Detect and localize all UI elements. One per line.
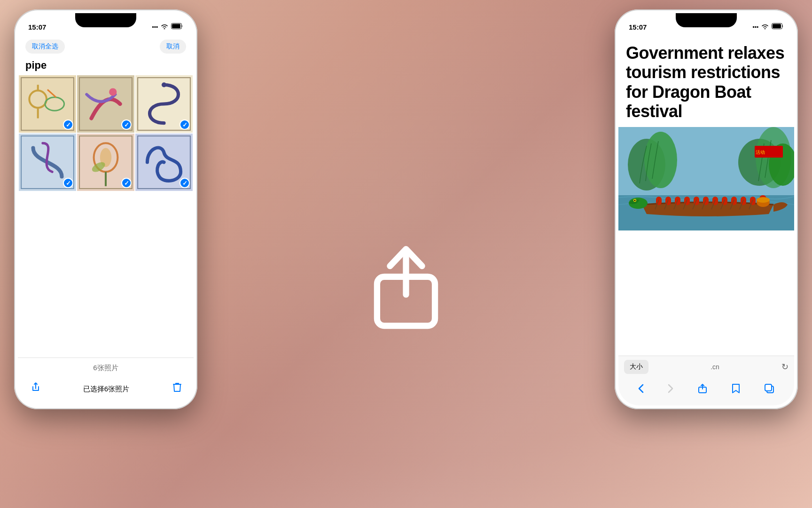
right-signal-icon: ▪▪▪ xyxy=(752,24,758,30)
wifi-icon xyxy=(161,24,168,31)
check-badge-2 xyxy=(121,119,132,130)
left-iphone-screen: 15:07 ▪▪▪ 取消全选 取消 pipe xyxy=(18,13,194,405)
back-button[interactable] xyxy=(634,382,648,397)
refresh-button[interactable]: ↻ xyxy=(781,362,789,372)
svg-point-16 xyxy=(162,82,166,87)
photo-cell-6[interactable] xyxy=(135,134,193,191)
deselect-all-button[interactable]: 取消全选 xyxy=(25,40,65,54)
cancel-button[interactable]: 取消 xyxy=(160,40,186,54)
left-bottom-bar: 6张照片 已选择6张照片 xyxy=(18,357,194,405)
right-iphone-screen: 15:07 ▪▪▪ Government relaxes tourism res… xyxy=(618,13,794,405)
photo-cell-4[interactable] xyxy=(19,134,76,191)
check-badge-4 xyxy=(63,178,73,188)
search-query: pipe xyxy=(18,57,194,75)
svg-rect-68 xyxy=(765,384,772,391)
photo-grid xyxy=(18,75,194,191)
left-iphone: 15:07 ▪▪▪ 取消全选 取消 pipe xyxy=(14,9,197,409)
right-iphone: 15:07 ▪▪▪ Government relaxes tourism res… xyxy=(615,9,798,409)
left-status-icons: ▪▪▪ xyxy=(152,23,183,31)
news-headline: Government relaxes tourism restrictions … xyxy=(618,36,794,127)
photo-cell-3[interactable] xyxy=(135,75,193,133)
address-bar: 大小 .cn ↻ xyxy=(618,356,794,378)
photo-cell-2[interactable] xyxy=(77,75,134,133)
share-button-right[interactable] xyxy=(694,381,711,398)
signal-icon: ▪▪▪ xyxy=(152,24,158,30)
check-badge-5 xyxy=(121,178,132,188)
svg-rect-28 xyxy=(773,24,781,28)
left-status-time: 15:07 xyxy=(28,23,46,31)
svg-text:活动: 活动 xyxy=(756,150,765,155)
photo-count: 6张照片 xyxy=(18,358,194,378)
share-button-left[interactable] xyxy=(29,382,40,396)
font-size-button[interactable]: 大小 xyxy=(624,360,648,374)
headline-text: Government relaxes tourism restrictions … xyxy=(626,43,784,121)
tabs-button[interactable] xyxy=(760,381,778,398)
right-wifi-icon xyxy=(761,24,769,31)
selected-count-label: 已选择6张照片 xyxy=(83,385,129,394)
right-status-time: 15:07 xyxy=(629,23,647,31)
right-notch xyxy=(676,13,737,27)
left-toolbar: 取消全选 取消 xyxy=(18,36,194,57)
check-badge-3 xyxy=(180,119,190,130)
svg-point-13 xyxy=(109,88,117,95)
svg-point-65 xyxy=(757,197,770,203)
photo-cell-5[interactable] xyxy=(77,134,134,191)
right-status-icons: ▪▪▪ xyxy=(752,23,784,31)
svg-point-40 xyxy=(634,199,636,201)
forward-button[interactable] xyxy=(664,382,677,397)
svg-rect-3 xyxy=(172,24,180,28)
photo-cell-1[interactable] xyxy=(19,75,76,133)
left-notch xyxy=(75,13,136,27)
battery-icon xyxy=(171,23,183,31)
bookmark-button[interactable] xyxy=(728,381,744,398)
browser-nav-bar xyxy=(618,378,794,405)
news-image: 活动 xyxy=(618,127,794,230)
delete-button[interactable] xyxy=(172,382,182,396)
bottom-toolbar: 已选择6张照片 xyxy=(18,378,194,405)
right-battery-icon xyxy=(772,23,784,31)
check-badge-1 xyxy=(63,119,73,130)
browser-bottom: 大小 .cn ↻ xyxy=(618,356,794,405)
svg-point-31 xyxy=(644,132,677,188)
domain-text: .cn xyxy=(710,363,719,371)
share-icon-center xyxy=(368,246,444,330)
check-badge-6 xyxy=(180,178,190,188)
